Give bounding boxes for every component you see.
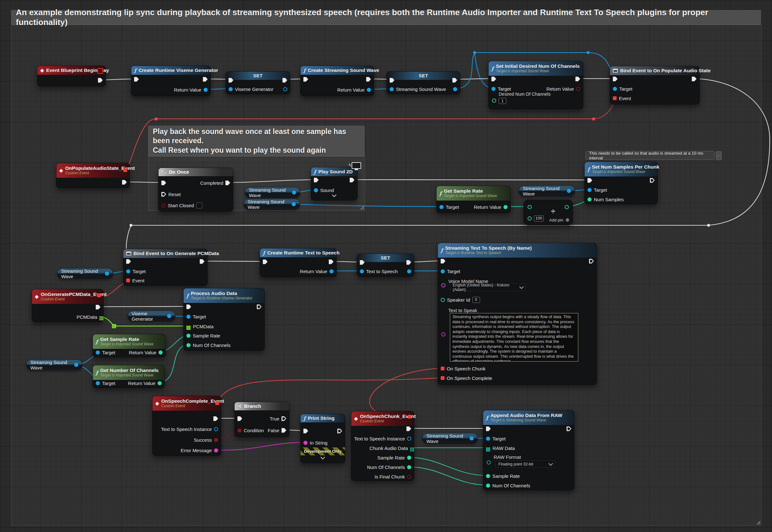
node-header[interactable]: ƒ Streaming Text To Speech (By Name) Tar…: [438, 243, 597, 258]
on-speech-chunk-delegate-pin[interactable]: [441, 367, 445, 370]
variable-out-pin[interactable]: [292, 202, 296, 206]
text-to-speak-pin[interactable]: [441, 332, 446, 337]
sound-pin[interactable]: [314, 188, 318, 192]
node-streaming-text-to-speech[interactable]: ƒ Streaming Text To Speech (By Name) Tar…: [438, 243, 597, 385]
node-header[interactable]: SET: [226, 72, 290, 80]
exec-out-pin[interactable]: [337, 429, 342, 433]
node-set-streaming-sound-wave[interactable]: SET Streaming Sound Wave: [387, 71, 460, 94]
node-create-runtime-text-to-speech[interactable]: ƒ Create Runtime Text to Speech Return V…: [260, 248, 337, 277]
node-header[interactable]: ƒ Set Initial Desired Num Of Channels Ta…: [489, 61, 583, 76]
node-header[interactable]: Event Blueprint Begin Play: [37, 66, 106, 75]
node-event-begin-play[interactable]: Event Blueprint Begin Play: [37, 66, 106, 87]
voice-model-dropdown[interactable]: English (United States) - Kokoro (Adam): [450, 283, 526, 291]
exec-out-pin[interactable]: [329, 260, 333, 264]
streaming-sound-wave-pin[interactable]: [390, 87, 394, 91]
exec-out-pin[interactable]: [567, 426, 571, 431]
node-print-string[interactable]: ƒ Print String In String Development Onl…: [300, 414, 345, 463]
is-final-chunk-pin[interactable]: [407, 475, 411, 479]
node-get-sample-rate-2[interactable]: ƒ Get Sample Rate Target is Imported Sou…: [93, 334, 166, 357]
return-value-pin[interactable]: [203, 88, 208, 92]
speaker-id-pin[interactable]: [441, 298, 445, 302]
node-header[interactable]: ƒ Create Runtime Text to Speech: [260, 248, 336, 257]
tooltip-bubble-icon[interactable]: [716, 156, 722, 160]
node-set-text-to-speech[interactable]: SET Text to Speech: [357, 253, 415, 277]
num-of-channels-pin[interactable]: [486, 484, 490, 488]
error-message-pin[interactable]: [214, 448, 218, 452]
output-value-pin[interactable]: [283, 87, 287, 91]
exec-in-pin[interactable]: [126, 259, 131, 264]
sample-rate-pin[interactable]: [186, 334, 190, 338]
node-header[interactable]: SET: [387, 72, 460, 80]
node-header[interactable]: Do Once: [158, 168, 233, 176]
node-header[interactable]: ƒ Set Num Samples Per Chunk Target is Im…: [585, 162, 658, 176]
node-header[interactable]: ƒ Create Runtime Viseme Generator: [131, 66, 210, 75]
tooltip-pin-icon[interactable]: [716, 151, 722, 156]
output-value-pin[interactable]: [453, 87, 457, 91]
exec-in-pin[interactable]: [303, 77, 308, 82]
node-create-runtime-viseme-generator[interactable]: ƒ Create Runtime Viseme Generator Return…: [131, 66, 211, 96]
pill-streaming-sound-wave-6[interactable]: Streaming Sound Wave: [422, 433, 478, 444]
exec-out-pin[interactable]: [692, 77, 697, 81]
node-on-populate-audio-state-event[interactable]: OnPopulateAudioState_Event Custom Event: [56, 163, 130, 188]
exec-out-pin[interactable]: [589, 259, 594, 264]
return-value-pin[interactable]: [158, 350, 163, 355]
in-string-pin[interactable]: [303, 441, 307, 445]
voice-model-name-pin[interactable]: [441, 283, 446, 287]
delegate-output-pin[interactable]: [97, 293, 101, 297]
node-header[interactable]: OnPopulateAudioState_Event Custom Event: [56, 163, 130, 178]
return-value-pin[interactable]: [329, 269, 333, 273]
start-closed-pin[interactable]: [161, 203, 165, 208]
pcmdata-array-pin[interactable]: [186, 326, 188, 327]
exec-in-pin[interactable]: [228, 78, 233, 83]
true-exec-pin[interactable]: [281, 416, 286, 421]
node-on-generate-pcmdata-event[interactable]: OnGeneratePCMData_Event Custom Event PCM…: [32, 289, 104, 322]
viseme-generator-pin[interactable]: [228, 87, 233, 91]
node-header[interactable]: ƒ Create Streaming Sound Wave: [300, 66, 374, 75]
exec-in-pin[interactable]: [314, 178, 318, 183]
return-value-pin[interactable]: [158, 381, 162, 385]
num-of-channels-pin[interactable]: [186, 343, 190, 347]
speaker-id-value[interactable]: 0: [473, 297, 480, 303]
text-to-speech-pin[interactable]: [360, 269, 364, 273]
node-on-speech-complete-event[interactable]: OnSpeechComplete_Event Custom Event Text…: [152, 396, 221, 456]
divide-input-b-pin[interactable]: [528, 216, 532, 221]
node-set-viseme-generator[interactable]: SET Viseme Generator: [225, 71, 290, 94]
exec-out-pin[interactable]: [122, 180, 127, 185]
pill-streaming-sound-wave-5[interactable]: Streaming Sound Wave: [26, 359, 82, 370]
delegate-output-pin[interactable]: [215, 401, 219, 405]
exec-out-pin[interactable]: [650, 178, 655, 183]
exec-out-pin[interactable]: [576, 77, 580, 81]
variable-out-pin[interactable]: [167, 314, 171, 318]
exec-out-pin[interactable]: [350, 178, 354, 183]
num-of-channels-pin[interactable]: [407, 465, 411, 469]
node-set-num-samples-per-chunk[interactable]: ƒ Set Num Samples Per Chunk Target is Im…: [584, 162, 658, 204]
exec-in-pin[interactable]: [492, 77, 496, 81]
node-header[interactable]: ƒ Play Sound 2D: [311, 167, 357, 176]
target-pin[interactable]: [96, 350, 100, 355]
sample-rate-pin[interactable]: [407, 456, 411, 460]
pill-streaming-sound-wave-1[interactable]: Streaming Sound Wave: [245, 187, 300, 198]
variable-out-pin[interactable]: [470, 436, 474, 440]
exec-in-pin[interactable]: [613, 77, 618, 81]
node-bind-event-on-populate-audio-state[interactable]: Bind Event to On Populate Audio State Ta…: [610, 66, 700, 105]
exec-out-pin[interactable]: [407, 260, 411, 265]
exec-out-pin[interactable]: [98, 78, 103, 83]
node-header[interactable]: Branch: [235, 402, 289, 410]
node-create-streaming-sound-wave[interactable]: ƒ Create Streaming Sound Wave Return Val…: [300, 66, 374, 96]
chunk-audio-data-array-pin[interactable]: [410, 447, 412, 449]
node-header[interactable]: ƒ Process Audio Data Target is Runtime V…: [183, 288, 264, 303]
variable-out-pin[interactable]: [292, 190, 296, 195]
false-exec-pin[interactable]: [281, 428, 286, 433]
variable-out-pin[interactable]: [105, 272, 109, 276]
exec-in-pin[interactable]: [161, 181, 166, 185]
pill-streaming-sound-wave-2[interactable]: Streaming Sound Wave: [243, 199, 300, 210]
exec-in-pin[interactable]: [441, 259, 446, 264]
target-pin[interactable]: [440, 205, 444, 209]
exec-out-pin[interactable]: [366, 77, 371, 82]
target-pin[interactable]: [441, 269, 445, 273]
node-play-sound-2d[interactable]: ƒ Play Sound 2D Sound: [311, 167, 357, 201]
exec-in-pin[interactable]: [588, 178, 592, 183]
exec-in-pin[interactable]: [263, 260, 267, 264]
node-append-audio-data-from-raw[interactable]: ƒ Append Audio Data From RAW Target is S…: [483, 410, 575, 490]
node-divide[interactable]: 100 ÷ ⊕ Add pin: [524, 200, 573, 225]
